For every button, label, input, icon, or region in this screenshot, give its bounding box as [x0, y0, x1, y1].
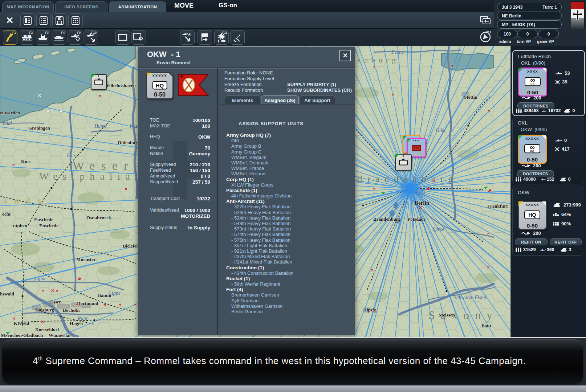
map-settings-button[interactable]	[131, 30, 146, 45]
menu-gs-toggle[interactable]: GS-on	[219, 2, 237, 9]
save-button[interactable]	[52, 13, 67, 28]
unit-sidebar: Luftflotte Reich OKL (0/90) XXXX ∞HQ 0-5…	[510, 46, 586, 337]
assigned-unit-item[interactable]: - 548th Heavy Flak Battalion	[226, 221, 350, 226]
tab-administration[interactable]: ADMINISTRATION	[109, 1, 166, 12]
assigned-unit-item[interactable]: XI LW Flieger Corps	[226, 182, 350, 188]
select-box-button[interactable]	[115, 30, 130, 45]
tab-map-information[interactable]: MAP INFORMATION	[2, 1, 54, 12]
rail-move-button[interactable]: F2	[20, 30, 34, 45]
assigned-unit-item[interactable]: OKL	[226, 138, 350, 143]
naval-mission-button[interactable]: F4	[52, 30, 66, 45]
tab-info-screens[interactable]: INFO SCREENS	[55, 1, 107, 12]
date-turn-display: Jul 3 1943 Turn: 1	[497, 3, 562, 11]
tab-air-support[interactable]: Air Support	[300, 95, 335, 105]
assigned-unit-item[interactable]: WMBef. Belgium	[226, 155, 350, 160]
objective-flag-button[interactable]	[198, 30, 212, 45]
sidebar-counter-okw[interactable]: XXXXX HQ 0-50	[518, 201, 547, 230]
assigned-unit-item[interactable]: - 573rd Heavy Flak Battalion	[226, 226, 350, 232]
assigned-unit-item[interactable]: - 851st Light Flak Battalion	[226, 243, 350, 248]
refit-off-button[interactable]: REFIT OFF	[550, 238, 582, 245]
soviet-phase-button[interactable]	[230, 30, 245, 45]
refit-on-button[interactable]: REFIT ON	[515, 238, 548, 245]
message-bar: 4th Supreme Command – Rommel takes comma…	[0, 337, 586, 392]
men-count: 40000	[523, 177, 536, 182]
stat-row: Ammo/Need0 / 0	[150, 173, 210, 179]
assigned-unit-item[interactable]: 4th Fallschirmjaeger Division	[226, 193, 350, 199]
map-counter-berlin-garrison[interactable]: x	[395, 154, 412, 171]
tab-elements[interactable]: Elements	[225, 95, 260, 105]
assigned-unit-item[interactable]: Sylt Garrison	[226, 298, 350, 303]
formation-supply-level[interactable]: Formation Supply Level	[224, 76, 274, 81]
map-label: Duisburg	[35, 307, 54, 313]
unit-card-okl[interactable]: OKL OKW (0/90) XXXXX ∞HQ 0-50 0 417 200 …	[512, 117, 584, 184]
readiness-percent: 64%	[561, 212, 571, 217]
freeze-formation[interactable]: Freeze Formation	[224, 82, 262, 87]
assigned-unit-item[interactable]: Wilhelmshaven Garrison	[226, 303, 350, 309]
move-mode-button[interactable]: F1	[3, 30, 17, 45]
show-subordinates[interactable]: SHOW SUBORDINATES (CR)	[287, 87, 352, 93]
airfield-icon: ✈	[11, 162, 17, 168]
assigned-unit-item[interactable]: Bremerhaven Garrison	[226, 292, 350, 298]
unit-group-header: Anti-Aircraft (11)	[226, 199, 350, 204]
sea-transport-button[interactable]: F3	[36, 30, 50, 45]
end-turn-button[interactable]: F12	[479, 30, 492, 44]
combat-resolution-button[interactable]: F11	[214, 30, 229, 45]
close-turn-button[interactable]: ✕	[3, 13, 17, 27]
assign-support-units-button[interactable]: ASSIGN SUPPORT UNITS	[239, 121, 304, 126]
map-label: a n d s	[4, 196, 44, 205]
map-counter-wilhelmshaven-garrison[interactable]: I	[91, 74, 107, 90]
sidebar-counter-okl[interactable]: XXXXX ∞HQ 0-50	[518, 135, 547, 164]
list-button[interactable]	[36, 13, 51, 28]
assigned-unit-item[interactable]: - I/37th Mixed Flak Battalion	[226, 254, 350, 259]
assigned-unit-item[interactable]: - 574th Heavy Flak Battalion	[226, 232, 350, 237]
assigned-unit-item[interactable]: Army Group B	[226, 143, 350, 149]
unit-card-okw[interactable]: OKW XXXXX HQ 0-50 273:999 64% 90% 200	[512, 186, 584, 256]
report-button[interactable]	[20, 13, 35, 28]
assigned-unit-item[interactable]: - 327th Heavy Flak Battalion	[226, 204, 350, 209]
map-label: Enschede	[34, 217, 53, 222]
assigned-unit-item[interactable]: - 575th Heavy Flak Battalion	[226, 237, 350, 243]
map-label: Muenster	[76, 257, 95, 262]
assigned-unit-item[interactable]: Berlin Garrison	[226, 309, 350, 314]
red-arrow-icon	[487, 189, 492, 193]
dialog-close-button[interactable]: ✕	[339, 50, 351, 61]
doctrines-button[interactable]: DOCTRINES	[517, 170, 554, 177]
swap-screen-button[interactable]	[479, 13, 492, 27]
tank-icon	[559, 177, 567, 181]
unit-card-luftflotte-reich[interactable]: Luftflotte Reich OKL (0/90) XXXX ∞HQ 0-5…	[512, 50, 585, 116]
map-label: Krefeld	[14, 320, 29, 326]
oob-calculator-button[interactable]	[68, 13, 83, 28]
bars-icon	[553, 212, 559, 216]
air-hq-symbol: ∞HQ	[525, 77, 541, 86]
tab-assigned[interactable]: Assigned (26)	[261, 95, 299, 105]
men-icon	[515, 177, 522, 181]
assigned-unit-item[interactable]: - 921st Light Flak Battalion	[226, 248, 350, 254]
hq-symbol: HQ	[524, 211, 540, 219]
sidebar-counter-luftflotte[interactable]: XXXX ∞HQ 0-50	[518, 68, 547, 97]
plane-count: 152	[547, 177, 554, 182]
airdrop-button[interactable]: F9	[68, 30, 82, 45]
assigned-unit-item[interactable]: - 434th Construction Battalion	[226, 270, 350, 276]
assigned-unit-item[interactable]: Army Group C	[226, 149, 350, 155]
assigned-unit-item[interactable]: - I/241st Mixed Flak Battalion	[226, 259, 350, 265]
plane-icon	[541, 109, 547, 113]
battle-icon: ✕	[41, 320, 44, 324]
assigned-unit-item[interactable]: WMBef. Denmark	[226, 160, 350, 166]
red-arrow-icon	[425, 187, 430, 191]
assigned-unit-item[interactable]: WMBef. France	[226, 166, 350, 171]
ai-air-button[interactable]: AI	[180, 30, 195, 45]
battle-icon: ✕	[51, 289, 54, 293]
assigned-unit-item[interactable]: - 534th Heavy Flak Battalion	[226, 215, 350, 221]
unit-totals: 489468 16732 0	[515, 108, 583, 113]
supply-priority[interactable]: SUPPLY PRIORITY (1)	[287, 82, 336, 87]
menu-move[interactable]: MOVE	[174, 2, 194, 9]
assigned-unit-item[interactable]: WMBef. Holland	[226, 171, 350, 176]
rebuild-formation[interactable]: Rebuild Formation	[224, 87, 263, 93]
air-transfer-button[interactable]: F10	[84, 30, 98, 45]
save-icon	[56, 16, 64, 25]
assigned-unit-item[interactable]: - 56th Werfer Regiment	[226, 281, 350, 287]
tank-count: 0	[572, 108, 575, 113]
assigned-unit-item[interactable]: - 523rd Heavy Flak Battalion	[226, 210, 350, 215]
airfield-icon: ✈	[40, 288, 46, 294]
stat-row: MAX TOE100	[150, 123, 210, 129]
